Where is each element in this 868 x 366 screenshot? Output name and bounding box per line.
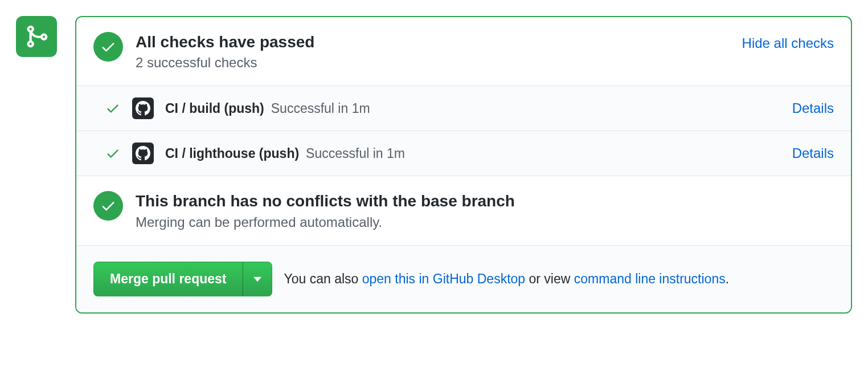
command-line-instructions-link[interactable]: command line instructions <box>574 271 726 286</box>
checks-summary-section: All checks have passed 2 successful chec… <box>76 17 851 86</box>
github-avatar <box>132 143 154 164</box>
merge-footer-text: You can also open this in GitHub Desktop… <box>284 271 729 287</box>
success-status-circle <box>93 32 123 62</box>
check-name: CI / lighthouse (push) <box>165 146 299 161</box>
merge-status-box: All checks have passed 2 successful chec… <box>75 16 852 314</box>
check-icon <box>105 101 120 116</box>
conflicts-subtitle: Merging can be performed automatically. <box>136 214 834 230</box>
check-result: Successful in 1m <box>271 101 370 116</box>
footer-text-suffix: . <box>726 271 729 286</box>
conflicts-section: This branch has no conflicts with the ba… <box>76 176 851 245</box>
timeline-merge-badge <box>16 16 57 57</box>
merge-pull-request-button[interactable]: Merge pull request <box>93 262 243 297</box>
merge-footer: Merge pull request You can also open thi… <box>76 245 851 313</box>
open-github-desktop-link[interactable]: open this in GitHub Desktop <box>362 271 525 286</box>
caret-down-icon <box>253 276 261 282</box>
check-icon <box>100 198 116 214</box>
check-row: CI / build (push) Successful in 1m Detai… <box>76 86 851 131</box>
github-icon <box>136 146 150 161</box>
check-icon <box>100 39 116 55</box>
check-details-link[interactable]: Details <box>792 100 834 116</box>
hide-all-checks-link[interactable]: Hide all checks <box>742 35 834 51</box>
merge-button-group: Merge pull request <box>93 262 272 297</box>
git-merge-icon <box>24 24 49 49</box>
success-status-circle <box>93 191 123 221</box>
check-icon <box>105 146 120 161</box>
check-name: CI / build (push) <box>165 101 264 116</box>
conflicts-title: This branch has no conflicts with the ba… <box>136 191 834 212</box>
check-result: Successful in 1m <box>306 146 405 161</box>
checks-summary-title: All checks have passed <box>136 32 730 52</box>
footer-text-prefix: You can also <box>284 271 362 286</box>
merge-dropdown-button[interactable] <box>243 262 272 297</box>
github-avatar <box>132 97 154 119</box>
check-row: CI / lighthouse (push) Successful in 1m … <box>76 131 851 176</box>
checks-list: CI / build (push) Successful in 1m Detai… <box>76 86 851 176</box>
checks-summary-subtitle: 2 successful checks <box>136 55 730 71</box>
check-details-link[interactable]: Details <box>792 145 834 161</box>
footer-text-middle: or view <box>525 271 574 286</box>
github-icon <box>136 101 150 116</box>
